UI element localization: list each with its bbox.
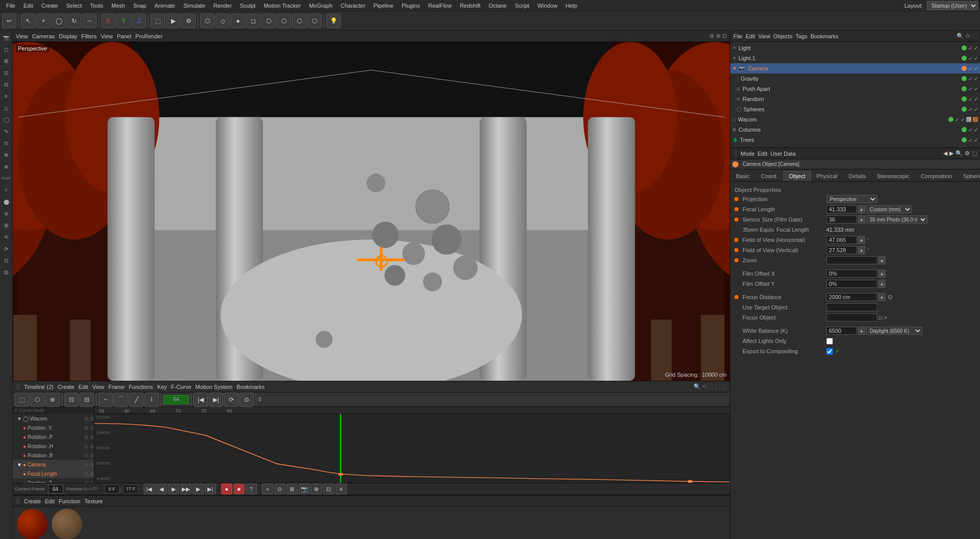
sidebar-tool7[interactable]: ✎: [1, 126, 12, 137]
render-view[interactable]: ▶: [166, 14, 180, 28]
obj-trees-check2[interactable]: ✓: [974, 137, 978, 143]
new-object[interactable]: +: [36, 14, 51, 28]
obj-random-check1[interactable]: ✓: [968, 96, 972, 102]
viewport-3d[interactable]: Perspective: [13, 42, 730, 381]
record-btn[interactable]: ●: [221, 483, 232, 495]
prop-sensor-spin[interactable]: ▲: [858, 215, 865, 224]
tab-composition[interactable]: Composition: [915, 171, 958, 181]
viewport-filters-menu[interactable]: Filters: [81, 33, 97, 39]
current-frame-input[interactable]: [48, 484, 63, 494]
props-settings-icon[interactable]: ⚙: [965, 150, 970, 157]
prop-focus-spin[interactable]: ▲: [878, 293, 886, 301]
x-axis[interactable]: X: [101, 14, 115, 28]
prop-focus-input[interactable]: [826, 293, 877, 301]
y-axis[interactable]: Y: [116, 14, 131, 28]
om-view[interactable]: View: [758, 33, 771, 39]
viewport-cameras-menu[interactable]: Cameras: [32, 33, 55, 39]
material-ball-trunk[interactable]: [52, 509, 82, 539]
prop-wb-select[interactable]: Daylight (6500 K): [866, 327, 922, 335]
sidebar-tool5[interactable]: △: [1, 102, 12, 113]
timeline-create[interactable]: Create: [58, 384, 75, 390]
obj-walls-check1[interactable]: ✓: [955, 148, 959, 148]
viewport-display-menu[interactable]: Display: [59, 33, 77, 39]
obj-columns-check1[interactable]: ✓: [968, 127, 972, 133]
sidebar-tool17[interactable]: ⊟: [1, 266, 12, 278]
obj-walls[interactable]: ⬜ Walls ✓ ✓: [730, 145, 980, 148]
prop-focal-length-input[interactable]: [826, 205, 857, 213]
next-frame-btn[interactable]: ▶: [193, 483, 204, 495]
end-frame-input[interactable]: [123, 484, 138, 494]
rotate-tool[interactable]: ↻: [67, 14, 81, 28]
viewport-panel-menu[interactable]: Panel: [117, 33, 131, 39]
play-all-btn[interactable]: ▶▶: [180, 483, 192, 495]
point-mode[interactable]: ●: [231, 14, 245, 28]
track-position-z[interactable]: ● Position .Z ⊞ ⊞: [13, 478, 94, 483]
sculpt-mode[interactable]: ⬡: [277, 14, 291, 28]
sidebar-tool12[interactable]: ⊘: [1, 208, 12, 219]
prop-zoom-input[interactable]: [826, 256, 877, 264]
tab-spherical[interactable]: Spherical: [958, 171, 980, 181]
obj-random-vis[interactable]: [962, 96, 967, 102]
obj-camera[interactable]: ▼ 📷 Camera ✓ ✓: [730, 63, 980, 74]
tab-coord[interactable]: Coord.: [755, 171, 783, 181]
model-mode[interactable]: ⬡: [292, 14, 306, 28]
menu-snap[interactable]: Snap: [129, 2, 151, 10]
viewport-prorender-menu[interactable]: ProRender: [135, 33, 162, 39]
menu-sculpt[interactable]: Sculpt: [236, 2, 260, 10]
menu-character[interactable]: Character: [337, 2, 369, 10]
material-ball-leaf[interactable]: [17, 509, 47, 539]
prop-focal-length-spin[interactable]: ▲: [858, 205, 865, 213]
prop-wb-spin[interactable]: ▲: [858, 327, 865, 335]
tl-key-btn1[interactable]: ⬚: [15, 393, 29, 407]
play-btn[interactable]: ▶: [168, 483, 179, 495]
prop-focus-target-icon[interactable]: ⊙: [888, 293, 893, 301]
prop-fov-h-spin[interactable]: ▲: [858, 236, 865, 244]
menu-mograph[interactable]: MoGraph: [305, 2, 337, 10]
tl-snap[interactable]: ⊡: [64, 393, 79, 407]
object-mode[interactable]: ◻: [246, 14, 260, 28]
extra-btn[interactable]: ⊕: [311, 483, 322, 495]
om-edit[interactable]: Edit: [746, 33, 755, 39]
obj-light1-check2[interactable]: ✓: [974, 56, 978, 61]
tl-fcurve2[interactable]: ⌒: [114, 393, 128, 407]
tl-key-btn3[interactable]: ⊕: [45, 393, 60, 407]
viewport-view-menu[interactable]: View: [16, 33, 28, 39]
uvw-mode[interactable]: ⬡: [307, 14, 322, 28]
props-fwd-icon[interactable]: ▶: [949, 150, 953, 157]
prop-sensor-input[interactable]: [826, 215, 857, 224]
obj-walls-check2[interactable]: ✓: [961, 148, 965, 148]
track-position-y[interactable]: ● Position .Y ⊞ ⊞: [13, 423, 94, 432]
sidebar-tool4[interactable]: ≡: [1, 90, 12, 102]
menu-file[interactable]: File: [2, 2, 19, 10]
material-item-trunk[interactable]: Trunk: [52, 509, 82, 539]
sidebar-tool15[interactable]: ⟳: [1, 243, 12, 254]
obj-spheres[interactable]: ◯ Spheres ✓ ✓: [730, 104, 980, 114]
obj-spheres-check1[interactable]: ✓: [968, 107, 972, 112]
prev-frame-btn[interactable]: ◀: [156, 483, 167, 495]
menu-redshift[interactable]: Redshift: [456, 2, 484, 10]
sidebar-tool1[interactable]: ⊞: [1, 55, 12, 66]
track-rotation-b[interactable]: ● Rotation .B ⊞ ⊞: [13, 451, 94, 460]
obj-gravity-check2[interactable]: ✓: [974, 76, 978, 82]
obj-push-apart[interactable]: ⊙ Push Apart ✓ ✓: [730, 84, 980, 94]
prop-fov-h-input[interactable]: [826, 236, 857, 244]
obj-camera-check2[interactable]: ✓: [974, 66, 978, 71]
props-expand-icon[interactable]: ⬚: [972, 150, 977, 157]
mat-create[interactable]: Create: [24, 498, 41, 504]
prop-zoom-spin[interactable]: ▲: [878, 256, 886, 264]
obj-columns-check2[interactable]: ✓: [974, 127, 978, 133]
prop-focusobj-input[interactable]: [826, 313, 877, 322]
tab-details[interactable]: Details: [843, 171, 872, 181]
prop-filmy-input[interactable]: [826, 280, 877, 288]
prop-wb-input[interactable]: [826, 327, 857, 335]
obj-wacom[interactable]: ◻ Wacom ✓ ✓: [730, 114, 980, 125]
obj-spheres-check2[interactable]: ✓: [974, 107, 978, 112]
motion-btn[interactable]: ⊙: [274, 483, 285, 495]
obj-light1[interactable]: ☀ Light.1 ✓ ✓: [730, 53, 980, 63]
tl-fcurve4[interactable]: ⌇: [145, 393, 159, 407]
tl-ripple[interactable]: ⊟: [80, 393, 94, 407]
obj-push-apart-check1[interactable]: ✓: [968, 86, 972, 92]
obj-light[interactable]: ☀ Light ✓ ✓: [730, 43, 980, 53]
obj-random-check2[interactable]: ✓: [974, 96, 978, 102]
prop-sensor-unit[interactable]: 35 mm Photo (36.0 mm): [866, 215, 927, 224]
